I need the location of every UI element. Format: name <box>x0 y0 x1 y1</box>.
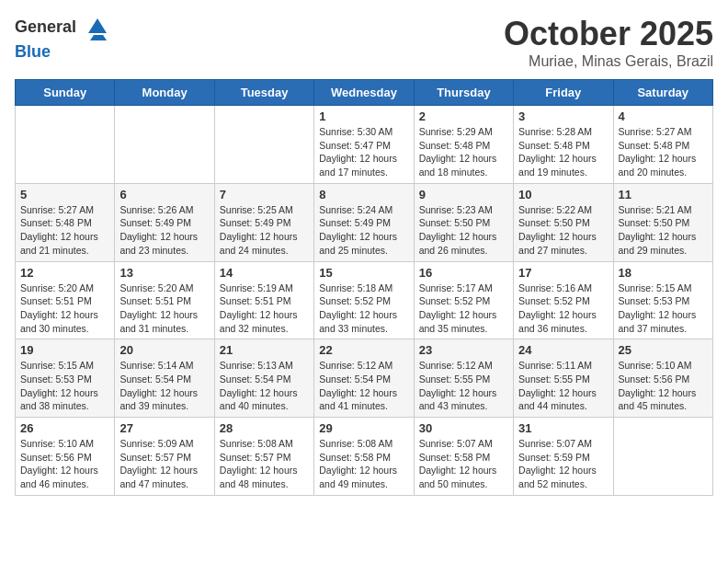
day-info: Sunrise: 5:29 AM Sunset: 5:48 PM Dayligh… <box>419 125 508 179</box>
logo-blue: Blue <box>15 42 51 61</box>
calendar-cell: 28Sunrise: 5:08 AM Sunset: 5:57 PM Dayli… <box>214 418 313 496</box>
calendar-cell <box>115 106 214 184</box>
calendar-cell: 21Sunrise: 5:13 AM Sunset: 5:54 PM Dayli… <box>214 339 313 418</box>
day-info: Sunrise: 5:19 AM Sunset: 5:51 PM Dayligh… <box>220 282 309 336</box>
calendar-cell: 22Sunrise: 5:12 AM Sunset: 5:54 PM Dayli… <box>314 339 414 418</box>
day-number: 13 <box>119 266 209 280</box>
day-info: Sunrise: 5:13 AM Sunset: 5:54 PM Dayligh… <box>220 359 309 413</box>
day-number: 3 <box>518 109 608 123</box>
day-info: Sunrise: 5:22 AM Sunset: 5:50 PM Dayligh… <box>518 203 608 258</box>
day-number: 6 <box>119 188 209 201</box>
day-number: 11 <box>619 188 708 201</box>
title-area: October 2025 Muriae, Minas Gerais, Brazi… <box>504 15 713 70</box>
day-number: 2 <box>419 109 508 123</box>
calendar-cell: 10Sunrise: 5:22 AM Sunset: 5:50 PM Dayli… <box>514 183 613 261</box>
day-header-tuesday: Tuesday <box>214 80 313 106</box>
day-number: 9 <box>419 188 508 201</box>
day-number: 18 <box>619 266 708 280</box>
calendar-cell: 2Sunrise: 5:29 AM Sunset: 5:48 PM Daylig… <box>414 106 513 184</box>
day-number: 26 <box>20 421 109 435</box>
day-number: 14 <box>220 266 309 280</box>
day-number: 7 <box>220 188 309 201</box>
day-number: 27 <box>119 421 209 435</box>
day-number: 31 <box>518 421 608 435</box>
day-number: 21 <box>220 343 309 357</box>
calendar-week-row: 12Sunrise: 5:20 AM Sunset: 5:51 PM Dayli… <box>16 261 713 339</box>
day-info: Sunrise: 5:27 AM Sunset: 5:48 PM Dayligh… <box>619 125 708 179</box>
logo-text: General Blue <box>15 15 110 62</box>
day-info: Sunrise: 5:28 AM Sunset: 5:48 PM Dayligh… <box>518 125 608 179</box>
svg-marker-0 <box>88 18 107 33</box>
day-number: 12 <box>20 266 109 280</box>
day-number: 5 <box>20 188 109 201</box>
day-info: Sunrise: 5:08 AM Sunset: 5:58 PM Dayligh… <box>319 437 408 491</box>
day-number: 4 <box>619 109 708 123</box>
day-number: 19 <box>20 343 109 357</box>
calendar-cell: 23Sunrise: 5:12 AM Sunset: 5:55 PM Dayli… <box>414 339 513 418</box>
calendar-cell: 15Sunrise: 5:18 AM Sunset: 5:52 PM Dayli… <box>314 261 414 339</box>
calendar-cell: 8Sunrise: 5:24 AM Sunset: 5:49 PM Daylig… <box>314 183 414 261</box>
calendar-cell <box>613 418 712 496</box>
calendar-cell: 30Sunrise: 5:07 AM Sunset: 5:58 PM Dayli… <box>414 418 513 496</box>
logo-general: General <box>15 17 76 36</box>
calendar-cell <box>214 106 313 184</box>
calendar-cell <box>16 106 115 184</box>
calendar-cell: 7Sunrise: 5:25 AM Sunset: 5:49 PM Daylig… <box>214 183 313 261</box>
header: General Blue October 2025 Muriae, Minas … <box>15 15 713 70</box>
day-number: 16 <box>419 266 508 280</box>
calendar-cell: 25Sunrise: 5:10 AM Sunset: 5:56 PM Dayli… <box>613 339 712 418</box>
calendar-cell: 6Sunrise: 5:26 AM Sunset: 5:49 PM Daylig… <box>115 183 214 261</box>
calendar-cell: 24Sunrise: 5:11 AM Sunset: 5:55 PM Dayli… <box>514 339 613 418</box>
day-info: Sunrise: 5:10 AM Sunset: 5:56 PM Dayligh… <box>619 359 708 413</box>
calendar-week-row: 26Sunrise: 5:10 AM Sunset: 5:56 PM Dayli… <box>16 418 713 496</box>
day-number: 17 <box>518 266 608 280</box>
calendar-cell: 29Sunrise: 5:08 AM Sunset: 5:58 PM Dayli… <box>314 418 414 496</box>
calendar-cell: 11Sunrise: 5:21 AM Sunset: 5:50 PM Dayli… <box>613 183 712 261</box>
calendar-cell: 18Sunrise: 5:15 AM Sunset: 5:53 PM Dayli… <box>613 261 712 339</box>
day-info: Sunrise: 5:30 AM Sunset: 5:47 PM Dayligh… <box>319 125 408 179</box>
day-number: 8 <box>319 188 408 201</box>
calendar-cell: 3Sunrise: 5:28 AM Sunset: 5:48 PM Daylig… <box>514 106 613 184</box>
calendar-cell: 20Sunrise: 5:14 AM Sunset: 5:54 PM Dayli… <box>115 339 214 418</box>
calendar-week-row: 5Sunrise: 5:27 AM Sunset: 5:48 PM Daylig… <box>16 183 713 261</box>
day-number: 20 <box>119 343 209 357</box>
calendar-cell: 9Sunrise: 5:23 AM Sunset: 5:50 PM Daylig… <box>414 183 513 261</box>
day-info: Sunrise: 5:20 AM Sunset: 5:51 PM Dayligh… <box>119 282 209 336</box>
day-info: Sunrise: 5:25 AM Sunset: 5:49 PM Dayligh… <box>220 203 309 258</box>
calendar-header-row: SundayMondayTuesdayWednesdayThursdayFrid… <box>16 80 713 106</box>
day-info: Sunrise: 5:27 AM Sunset: 5:48 PM Dayligh… <box>20 203 109 258</box>
day-info: Sunrise: 5:20 AM Sunset: 5:51 PM Dayligh… <box>20 282 109 336</box>
calendar-cell: 31Sunrise: 5:07 AM Sunset: 5:59 PM Dayli… <box>514 418 613 496</box>
calendar-cell: 13Sunrise: 5:20 AM Sunset: 5:51 PM Dayli… <box>115 261 214 339</box>
month-title: October 2025 <box>504 15 713 53</box>
day-number: 24 <box>518 343 608 357</box>
day-info: Sunrise: 5:09 AM Sunset: 5:57 PM Dayligh… <box>119 437 209 491</box>
logo: General Blue <box>15 15 110 62</box>
calendar-cell: 16Sunrise: 5:17 AM Sunset: 5:52 PM Dayli… <box>414 261 513 339</box>
calendar-cell: 17Sunrise: 5:16 AM Sunset: 5:52 PM Dayli… <box>514 261 613 339</box>
day-info: Sunrise: 5:14 AM Sunset: 5:54 PM Dayligh… <box>119 359 209 413</box>
logo-icon <box>85 15 110 40</box>
day-info: Sunrise: 5:16 AM Sunset: 5:52 PM Dayligh… <box>518 282 608 336</box>
day-info: Sunrise: 5:07 AM Sunset: 5:58 PM Dayligh… <box>419 437 508 491</box>
calendar-week-row: 19Sunrise: 5:15 AM Sunset: 5:53 PM Dayli… <box>16 339 713 418</box>
calendar-cell: 4Sunrise: 5:27 AM Sunset: 5:48 PM Daylig… <box>613 106 712 184</box>
day-info: Sunrise: 5:26 AM Sunset: 5:49 PM Dayligh… <box>119 203 209 258</box>
day-info: Sunrise: 5:23 AM Sunset: 5:50 PM Dayligh… <box>419 203 508 258</box>
day-info: Sunrise: 5:18 AM Sunset: 5:52 PM Dayligh… <box>319 282 408 336</box>
day-info: Sunrise: 5:10 AM Sunset: 5:56 PM Dayligh… <box>20 437 109 491</box>
day-header-wednesday: Wednesday <box>314 80 414 106</box>
day-number: 25 <box>619 343 708 357</box>
day-info: Sunrise: 5:15 AM Sunset: 5:53 PM Dayligh… <box>20 359 109 413</box>
calendar-cell: 12Sunrise: 5:20 AM Sunset: 5:51 PM Dayli… <box>16 261 115 339</box>
day-info: Sunrise: 5:17 AM Sunset: 5:52 PM Dayligh… <box>419 282 508 336</box>
day-number: 23 <box>419 343 508 357</box>
day-number: 29 <box>319 421 408 435</box>
svg-marker-1 <box>90 35 107 40</box>
calendar-cell: 1Sunrise: 5:30 AM Sunset: 5:47 PM Daylig… <box>314 106 414 184</box>
calendar-cell: 27Sunrise: 5:09 AM Sunset: 5:57 PM Dayli… <box>115 418 214 496</box>
calendar-table: SundayMondayTuesdayWednesdayThursdayFrid… <box>15 79 713 496</box>
day-info: Sunrise: 5:24 AM Sunset: 5:49 PM Dayligh… <box>319 203 408 258</box>
day-info: Sunrise: 5:12 AM Sunset: 5:55 PM Dayligh… <box>419 359 508 413</box>
day-info: Sunrise: 5:21 AM Sunset: 5:50 PM Dayligh… <box>619 203 708 258</box>
